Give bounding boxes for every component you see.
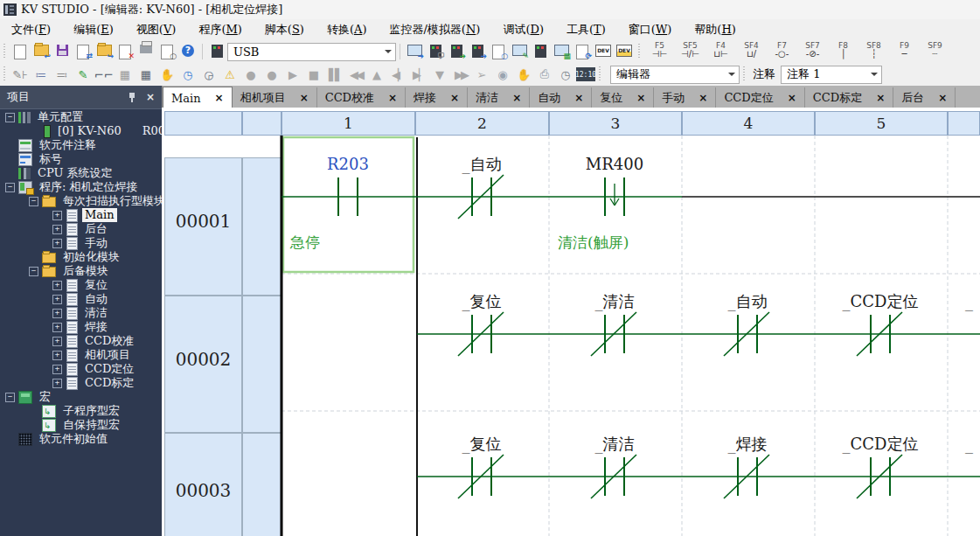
tree-item-cpu-system-setting[interactable]: CPU 系统设定 — [0, 166, 162, 180]
print-preview-icon[interactable]: ○ — [156, 42, 177, 61]
tab-close-icon[interactable]: × — [300, 92, 309, 104]
ladder-instruction-sf8-button[interactable]: SF8┆ — [858, 41, 889, 62]
step-down-icon[interactable]: ▼ — [429, 65, 450, 84]
tab-cleaning[interactable]: 清洁× — [468, 87, 530, 108]
tab-close-icon[interactable]: × — [636, 92, 645, 104]
ladder-instruction-sf5-button[interactable]: SF5⊣/⊢ — [675, 41, 705, 62]
tree-item-module-main[interactable]: +Main — [0, 208, 162, 222]
tree-item-scan-module-folder[interactable]: −每次扫描执行型模块 — [0, 194, 162, 208]
tree-item-module-ccd-marking[interactable]: +CCD标定 — [0, 376, 162, 390]
expand-icon[interactable]: + — [52, 225, 62, 234]
expand-icon[interactable]: + — [52, 351, 62, 360]
connection-combo[interactable]: USB — [227, 43, 396, 61]
tab-background[interactable]: 后台× — [893, 87, 956, 108]
collapse-icon[interactable]: − — [29, 267, 38, 276]
ladder-instruction-sf7-button[interactable]: SF7-⊘- — [797, 41, 828, 62]
step-back-icon[interactable]: ◀▏ — [387, 65, 408, 84]
menu-item-script[interactable]: 脚本(S) — [254, 19, 316, 40]
tab-close-icon[interactable]: × — [512, 92, 521, 104]
tree-item-macro[interactable]: −宏 — [0, 390, 162, 404]
tree-item-module-camera-project[interactable]: +相机项目 — [0, 348, 162, 362]
ladder-instruction-f7-button[interactable]: F7-○- — [767, 41, 797, 62]
tab-reset[interactable]: 复位× — [592, 87, 654, 108]
play-icon[interactable]: ▶ — [282, 65, 303, 84]
monitor-grid-icon[interactable]: ▦ — [551, 42, 572, 61]
tab-close-icon[interactable]: × — [938, 92, 947, 104]
comment-combo[interactable]: 注释 1 — [781, 66, 882, 84]
collapse-icon[interactable]: − — [5, 393, 15, 402]
tab-ccd-positioning[interactable]: CCD定位× — [716, 87, 804, 108]
menu-item-convert[interactable]: 转换(A) — [316, 19, 379, 40]
tab-close-icon[interactable]: × — [788, 92, 796, 104]
compare-icon[interactable]: ○ — [488, 42, 509, 61]
tab-close-icon[interactable]: × — [388, 92, 397, 104]
menu-item-debug[interactable]: 调试(D) — [491, 19, 555, 40]
close-icon[interactable]: × — [146, 91, 155, 103]
contact-clean-nc[interactable]: _清洁 — [591, 292, 636, 356]
expand-icon[interactable]: + — [52, 211, 62, 220]
contact-partial[interactable]: _ — [965, 435, 973, 454]
tree-item-plc-model[interactable]: [0] KV-N60R00 — [0, 124, 162, 138]
device-window-icon[interactable]: DEV — [593, 42, 614, 61]
tree-item-init-module-folder[interactable]: 初始化模块 — [0, 250, 162, 264]
plc-unit-icon[interactable] — [206, 42, 227, 61]
doc-watch-icon[interactable]: ◶ — [198, 65, 219, 84]
tree-item-device-comment[interactable]: 软元件注释 — [0, 138, 162, 152]
menu-item-edit[interactable]: 编辑(E) — [62, 19, 125, 40]
record-2-icon[interactable]: ● — [261, 65, 282, 84]
menu-item-window[interactable]: 窗口(W) — [617, 19, 684, 40]
menu-item-file[interactable]: 文件(F) — [0, 19, 62, 40]
stop-icon[interactable]: ■ — [303, 65, 324, 84]
contact-partial[interactable]: _ — [965, 292, 973, 311]
expand-icon[interactable]: + — [52, 281, 62, 290]
tree-item-module-ccd-calibration[interactable]: +CCD校准 — [0, 334, 162, 348]
tree-item-unit-config[interactable]: −单元配置 — [0, 110, 162, 124]
list-view-icon[interactable]: ≕ — [52, 65, 73, 84]
record-1-icon[interactable]: ● — [240, 65, 261, 84]
monitor-warning-icon[interactable]: ⚠ — [219, 65, 240, 84]
watch-monitor-icon[interactable]: ◷ — [177, 65, 198, 84]
tab-camera-project[interactable]: 相机项目× — [233, 87, 317, 108]
skip-back-icon[interactable]: ◀◀ — [345, 65, 366, 84]
tree-item-subroutine-macro[interactable]: 子程序型宏 — [0, 404, 162, 418]
new-project-icon[interactable] — [10, 42, 31, 61]
collapse-icon[interactable]: − — [5, 183, 15, 192]
device-monitor-window-icon[interactable]: DEV — [614, 42, 635, 61]
expand-icon[interactable]: + — [52, 379, 62, 388]
tab-ccd-calibration[interactable]: CCD校准× — [317, 87, 406, 108]
expand-icon[interactable]: + — [52, 323, 62, 332]
tab-manual[interactable]: 手动× — [654, 87, 716, 108]
simulator-edit-icon[interactable]: ✎ — [509, 42, 530, 61]
tree-item-program[interactable]: −程序: 相机定位焊接 — [0, 180, 162, 194]
ladder-instruction-f4-button[interactable]: F4⊔⊢ — [705, 41, 736, 62]
menu-item-monitor-simulator[interactable]: 监控器/模拟器(N) — [378, 19, 491, 40]
tree-item-module-ccd-positioning[interactable]: +CCD定位 — [0, 362, 162, 376]
tab-close-icon[interactable]: × — [699, 92, 707, 104]
continue-icon[interactable]: ➢ — [471, 65, 492, 84]
tree-item-self-hold-macro[interactable]: 自保持型宏 — [0, 418, 162, 432]
stopwatch-icon[interactable]: ◷ — [555, 65, 576, 84]
touch-hand-icon[interactable]: ✋ — [156, 65, 177, 84]
menu-item-help[interactable]: 帮助(H) — [683, 19, 747, 40]
mode-combo[interactable]: 编辑器 — [610, 66, 740, 84]
skip-forward-icon[interactable]: ▶▶ — [450, 65, 471, 84]
tab-main[interactable]: Main× — [163, 87, 233, 108]
tab-ccd-marking[interactable]: CCD标定× — [805, 87, 893, 108]
tree-item-module-weld[interactable]: +焊接 — [0, 320, 162, 334]
help-icon[interactable]: ? — [177, 42, 198, 61]
ladder-instruction-f9-button[interactable]: F9─ — [889, 41, 920, 62]
tab-welding[interactable]: 焊接× — [406, 87, 468, 108]
tree-item-module-auto[interactable]: +自动 — [0, 292, 162, 306]
close-project-icon[interactable]: ✕ — [115, 42, 136, 61]
expand-icon[interactable]: + — [52, 337, 62, 346]
open-project-icon[interactable]: ↩ — [31, 42, 52, 61]
expand-icon[interactable]: + — [52, 309, 62, 318]
ladder-instruction-f8-button[interactable]: F8│ — [828, 41, 858, 62]
expand-icon[interactable]: + — [52, 295, 62, 304]
tree-item-device-initial-value[interactable]: 软元件初始值 — [0, 432, 162, 446]
ladder-instruction-sf9-button[interactable]: SF9┈ — [920, 41, 950, 62]
menu-item-tool[interactable]: 工具(T) — [555, 19, 617, 40]
pulldown-circle-icon[interactable]: ◉ — [492, 65, 513, 84]
expand-icon[interactable]: + — [52, 239, 62, 248]
pin-icon[interactable] — [128, 92, 137, 103]
